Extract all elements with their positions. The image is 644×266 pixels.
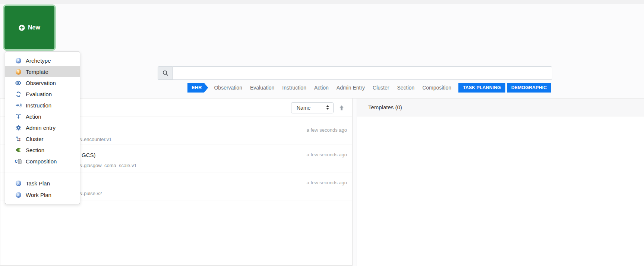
new-button[interactable]: New	[4, 6, 54, 49]
templates-panel-title: Templates (0)	[357, 98, 644, 116]
filter-ehr[interactable]: EHR	[187, 83, 208, 93]
eye-icon	[15, 79, 22, 86]
sort-by-value: Name	[297, 105, 310, 111]
search-addon	[158, 66, 173, 80]
menu-item-label: Admin entry	[26, 125, 56, 131]
action-pin-icon	[15, 113, 22, 120]
refresh-cycle-icon	[15, 91, 22, 97]
templates-panel: Templates (0)	[357, 98, 644, 266]
filter-observation[interactable]: Observation	[214, 83, 242, 93]
select-caret-icon	[326, 105, 329, 110]
cluster-tree-icon	[15, 135, 22, 142]
menu-item-label: Composition	[26, 158, 57, 165]
modified-timestamp: a few seconds ago	[307, 180, 347, 185]
top-edge-strip	[0, 0, 644, 4]
archetype-id: N.encounter.v1	[79, 137, 111, 142]
menu-item-work-plan[interactable]: A Work Plan	[5, 189, 80, 201]
filter-demographic[interactable]: DEMOGRAPHIC	[507, 83, 551, 93]
menu-item-archetype[interactable]: A Archetype	[5, 55, 80, 66]
archetype-id: N.pulse.v2	[79, 191, 102, 196]
menu-item-composition[interactable]: C Composition	[5, 156, 80, 167]
new-dropdown-menu: A Archetype T Template Observation Evalu…	[5, 51, 80, 204]
filter-action[interactable]: Action	[314, 83, 329, 93]
gear-icon	[15, 124, 22, 131]
work-plan-icon: A	[15, 192, 22, 198]
plus-circle-icon	[19, 25, 25, 31]
menu-item-label: Evaluation	[26, 91, 52, 97]
filter-cluster[interactable]: Cluster	[373, 83, 389, 93]
archetype-id: N.glasgow_coma_scale.v1	[79, 163, 137, 168]
modified-timestamp: a few seconds ago	[307, 152, 347, 157]
modified-timestamp: a few seconds ago	[307, 127, 347, 133]
menu-item-label: Cluster	[26, 136, 44, 142]
search-bar	[158, 66, 552, 80]
menu-divider	[5, 172, 80, 172]
template-icon: T	[15, 68, 22, 75]
filter-evaluation[interactable]: Evaluation	[250, 83, 274, 93]
filter-section[interactable]: Section	[397, 83, 414, 93]
composition-doc-icon: C	[15, 158, 22, 165]
menu-item-instruction[interactable]: Instruction	[5, 100, 80, 111]
archetype-title: GCS)	[82, 152, 96, 158]
menu-item-label: Action	[26, 113, 41, 120]
filter-admin-entry[interactable]: Admin Entry	[337, 83, 365, 93]
new-button-label: New	[28, 24, 40, 31]
menu-item-evaluation[interactable]: Evaluation	[5, 88, 80, 100]
sort-direction-button[interactable]	[337, 103, 346, 112]
filter-instruction[interactable]: Instruction	[282, 83, 306, 93]
task-plan-icon: A	[15, 180, 22, 187]
filter-bar: EHR Observation Evaluation Instruction A…	[187, 83, 551, 93]
menu-item-label: Task Plan	[26, 180, 50, 187]
menu-item-label: Template	[26, 69, 48, 75]
menu-item-admin-entry[interactable]: Admin entry	[5, 122, 80, 133]
menu-item-label: Archetype	[26, 57, 51, 64]
chevron-left-icon	[15, 147, 22, 153]
menu-item-action[interactable]: Action	[5, 111, 80, 122]
arrow-up-icon	[339, 105, 344, 111]
special-filter-group: TASK PLANNING DEMOGRAPHIC	[458, 83, 551, 93]
menu-item-observation[interactable]: Observation	[5, 77, 80, 88]
menu-item-section[interactable]: Section	[5, 144, 80, 156]
sort-by-select[interactable]: Name	[291, 102, 334, 113]
menu-item-label: Instruction	[26, 102, 51, 109]
arrow-waves-icon	[15, 102, 22, 109]
menu-item-label: Work Plan	[26, 192, 51, 198]
menu-item-label: Section	[26, 147, 44, 153]
menu-item-cluster[interactable]: Cluster	[5, 133, 80, 144]
filter-composition[interactable]: Composition	[422, 83, 451, 93]
search-icon	[162, 70, 168, 76]
menu-item-task-plan[interactable]: A Task Plan	[5, 178, 80, 189]
filter-task-planning[interactable]: TASK PLANNING	[458, 83, 505, 93]
menu-item-template[interactable]: T Template	[5, 66, 80, 77]
archetype-icon: A	[15, 57, 22, 64]
menu-item-label: Observation	[26, 80, 56, 86]
search-input[interactable]	[173, 66, 552, 80]
